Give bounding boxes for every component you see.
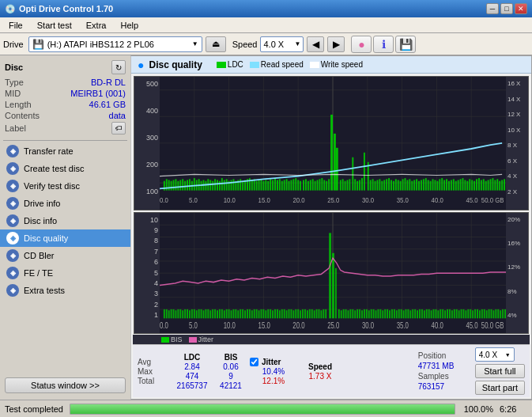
nav-label-transfer-rate: Transfer rate xyxy=(24,146,74,156)
stats-speed-col: Speed 1.73 X xyxy=(300,362,340,381)
y1-100: 100 xyxy=(146,188,158,195)
stats-samples-val: 763157 xyxy=(418,382,466,391)
stats-jitter-col: Jitter 10.4% 12.1% xyxy=(250,358,297,385)
sidebar-item-create-test-disc[interactable]: ◈ Create test disc xyxy=(0,160,130,177)
status-window-button[interactable]: Status window >> xyxy=(5,377,126,393)
y2-6: 6 xyxy=(154,258,158,266)
svg-rect-83 xyxy=(308,181,309,191)
svg-rect-284 xyxy=(384,309,386,318)
svg-rect-111 xyxy=(391,180,392,191)
y1r-10x: 10 X xyxy=(507,127,520,134)
svg-rect-204 xyxy=(196,310,198,318)
minimize-button[interactable]: ─ xyxy=(486,3,499,14)
start-part-button[interactable]: Start part xyxy=(475,381,525,395)
stats-speed-avg: 1.73 X xyxy=(300,372,340,381)
svg-rect-118 xyxy=(406,180,408,191)
stats-jitter-header: Jitter xyxy=(262,358,281,366)
jitter-checkbox[interactable] xyxy=(250,358,258,366)
disc-color-button[interactable]: ● xyxy=(351,36,372,53)
svg-rect-302 xyxy=(426,309,428,318)
svg-rect-275 xyxy=(364,309,365,318)
svg-rect-39 xyxy=(219,181,221,191)
disc-info-button[interactable]: ℹ xyxy=(373,36,394,53)
svg-rect-208 xyxy=(335,267,337,317)
sidebar-item-cd-bler[interactable]: ◈ CD Bler xyxy=(0,247,130,264)
svg-rect-331 xyxy=(492,310,494,318)
svg-rect-227 xyxy=(242,309,243,318)
disc-label-icon-button[interactable]: 🏷 xyxy=(111,122,126,135)
sidebar-item-verify-test-disc[interactable]: ◈ Verify test disc xyxy=(0,177,130,195)
sidebar-item-disc-info[interactable]: ◈ Disc info xyxy=(0,212,130,229)
svg-rect-18 xyxy=(171,181,172,191)
svg-rect-87 xyxy=(317,180,319,191)
stats-speed-dropdown[interactable]: 4.0 X ▼ xyxy=(475,347,515,362)
svg-rect-285 xyxy=(387,309,388,318)
y1r-16x: 16 X xyxy=(507,80,520,87)
svg-rect-297 xyxy=(414,309,416,318)
svg-rect-209 xyxy=(201,309,202,318)
close-button[interactable]: ✕ xyxy=(515,3,527,14)
stats-jitter-avg: 10.4% xyxy=(250,367,297,376)
legend-jitter-color xyxy=(189,337,197,343)
sidebar-item-disc-quality[interactable]: ◈ Disc quality xyxy=(0,229,130,247)
content-header-icon: ● xyxy=(138,59,144,71)
svg-rect-262 xyxy=(323,309,324,318)
svg-rect-233 xyxy=(256,309,258,318)
legend-write-speed-label: Write speed xyxy=(321,60,363,69)
sidebar-item-drive-info[interactable]: ◈ Drive info xyxy=(0,195,130,212)
svg-rect-26 xyxy=(189,179,191,190)
speed-label: Speed xyxy=(232,40,258,49)
svg-rect-143 xyxy=(464,180,466,191)
svg-rect-21 xyxy=(177,181,179,191)
speed-selector[interactable]: 4.0 X ▼ xyxy=(260,36,304,52)
svg-rect-312 xyxy=(449,309,451,318)
svg-rect-225 xyxy=(237,310,239,318)
svg-rect-235 xyxy=(261,309,262,318)
y2r-12pct: 12% xyxy=(507,263,520,271)
svg-rect-258 xyxy=(314,310,315,318)
sidebar-item-fe-te[interactable]: ◈ FE / TE xyxy=(0,264,130,282)
disc-refresh-button[interactable]: ↻ xyxy=(111,60,126,74)
menu-extra[interactable]: Extra xyxy=(81,19,112,32)
svg-rect-244 xyxy=(281,309,283,318)
svg-rect-16 xyxy=(166,179,168,190)
svg-rect-48 xyxy=(240,179,241,190)
save-button[interactable]: 💾 xyxy=(395,36,416,53)
speed-up-button[interactable]: ▶ xyxy=(327,36,345,52)
disc-type-label: Type xyxy=(5,78,24,87)
svg-rect-257 xyxy=(311,309,313,318)
svg-rect-198 xyxy=(182,310,183,318)
stats-row: Avg Max Total LDC 2.84 474 2165737 BIS 0… xyxy=(133,344,530,397)
svg-text:10.0: 10.0 xyxy=(224,321,236,330)
y2-5: 5 xyxy=(154,269,158,277)
disc-mid-row: MID MEIRB1 (001) xyxy=(5,88,126,99)
stats-ldc-total: 2165737 xyxy=(172,381,212,390)
svg-rect-243 xyxy=(279,310,281,318)
start-full-button[interactable]: Start full xyxy=(475,364,525,378)
svg-rect-81 xyxy=(303,180,304,191)
maximize-button[interactable]: □ xyxy=(500,3,513,14)
menu-file[interactable]: File xyxy=(3,19,28,32)
svg-rect-213 xyxy=(209,310,211,318)
speed-down-button[interactable]: ◀ xyxy=(307,36,324,52)
sidebar-item-transfer-rate[interactable]: ◈ Transfer rate xyxy=(0,142,130,160)
disc-label-row: Label 🏷 xyxy=(5,121,126,135)
chart2-legend: BIS Jitter xyxy=(133,335,530,344)
svg-rect-226 xyxy=(240,309,241,318)
stats-speed-arrow: ▼ xyxy=(505,352,511,358)
svg-rect-293 xyxy=(405,309,406,318)
disc-mid-label: MID xyxy=(5,89,21,98)
drive-selector[interactable]: 💾 (H:) ATAPI iHBS112 2 PL06 ▼ xyxy=(28,36,202,52)
menu-start-test[interactable]: Start test xyxy=(32,19,77,32)
svg-rect-263 xyxy=(325,309,326,318)
svg-rect-154 xyxy=(490,179,492,190)
nav-icon-disc-info: ◈ xyxy=(6,214,19,227)
eject-button[interactable]: ⏏ xyxy=(206,36,226,52)
svg-rect-232 xyxy=(254,309,255,318)
menu-help[interactable]: Help xyxy=(115,19,144,32)
y2r-20pct: 20% xyxy=(507,216,520,223)
stats-ldc-col: LDC 2.84 474 2165737 xyxy=(172,353,212,390)
sidebar-item-extra-tests[interactable]: ◈ Extra tests xyxy=(0,282,130,299)
svg-rect-324 xyxy=(477,309,478,318)
svg-rect-231 xyxy=(251,310,253,318)
